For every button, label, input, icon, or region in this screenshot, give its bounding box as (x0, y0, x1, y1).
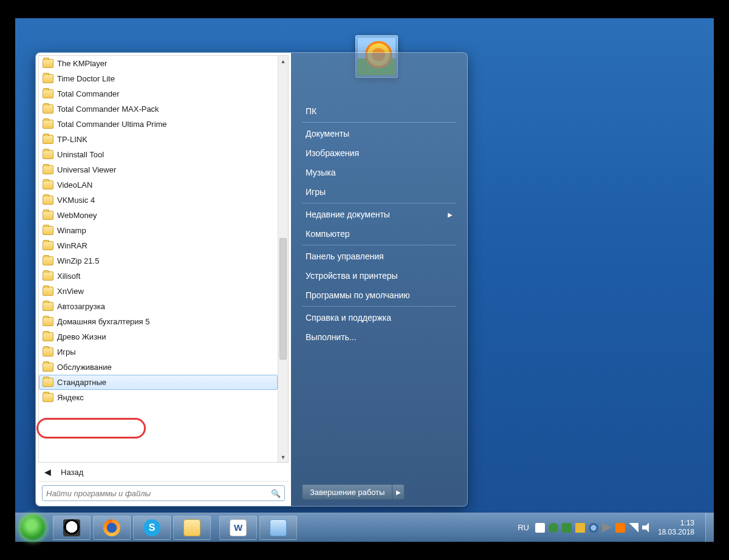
scroll-down-button[interactable]: ▼ (278, 452, 288, 462)
folder-icon (43, 89, 53, 98)
program-folder[interactable]: Стандартные (39, 375, 278, 390)
program-label: VKMusic 4 (57, 196, 95, 205)
search-input[interactable] (46, 489, 271, 498)
start-button[interactable] (19, 514, 47, 542)
program-folder[interactable]: Игры (39, 344, 278, 360)
system-tray: RU 1:13 18.03.2018 (512, 519, 705, 536)
program-folder[interactable]: Автозагрузка (39, 299, 278, 314)
program-folder[interactable]: XnView (39, 284, 278, 299)
folder-icon (43, 317, 53, 326)
program-folder[interactable]: TP-LINK (39, 132, 278, 147)
right-menu-item[interactable]: Документы (302, 124, 456, 143)
right-menu-item[interactable]: Изображения (302, 143, 456, 163)
start-menu: The KMPlayerTime Doctor LiteTotal Comman… (35, 52, 468, 507)
program-folder[interactable]: Древо Жизни (39, 329, 278, 344)
right-menu-label: Выполнить... (306, 332, 357, 342)
word-icon (230, 519, 247, 536)
volume-icon[interactable] (642, 523, 652, 533)
folder-icon (43, 104, 53, 114)
taskbar-app-panda[interactable] (53, 516, 91, 540)
program-label: Winamp (57, 226, 86, 235)
right-menu-item[interactable]: Справка и поддержка (302, 308, 456, 327)
control-panel-icon (270, 519, 287, 536)
program-label: Древо Жизни (57, 332, 106, 341)
program-folder[interactable]: Обслуживание (39, 360, 278, 375)
program-folder[interactable]: WebMoney (39, 208, 278, 223)
tray-icon[interactable] (589, 523, 598, 533)
tray-icon[interactable] (602, 523, 612, 533)
program-label: Time Doctor Lite (57, 74, 115, 83)
tray-icon[interactable] (535, 523, 545, 533)
program-folder[interactable]: Домашняя бухгалтерия 5 (39, 314, 278, 329)
taskbar-app-word[interactable] (219, 516, 257, 540)
program-folder[interactable]: Time Doctor Lite (39, 71, 278, 86)
right-menu-item[interactable]: Устройства и принтеры (302, 266, 456, 285)
tray-icon[interactable] (549, 523, 558, 533)
program-folder[interactable]: Uninstall Tool (39, 147, 278, 162)
program-folder[interactable]: WinRAR (39, 238, 278, 253)
shutdown-options-button[interactable]: ▶ (392, 484, 405, 500)
program-label: WebMoney (57, 211, 97, 220)
folder-icon (43, 196, 53, 205)
program-folder[interactable]: WinZip 21.5 (39, 253, 278, 268)
program-label: VideoLAN (57, 180, 92, 190)
program-label: Домашняя бухгалтерия 5 (57, 317, 150, 326)
tray-icon[interactable] (575, 523, 585, 533)
shutdown-label: Завершение работы (310, 488, 385, 497)
program-label: Обслуживание (57, 363, 112, 372)
right-menu-item[interactable]: Выполнить... (302, 327, 456, 347)
right-menu-item[interactable]: Панель управления (302, 247, 456, 266)
program-folder[interactable]: Xilisoft (39, 268, 278, 284)
tray-icon[interactable] (615, 523, 625, 533)
language-indicator[interactable]: RU (518, 523, 529, 532)
program-folder[interactable]: Winamp (39, 223, 278, 238)
back-arrow-icon: ◀ (44, 467, 51, 477)
taskbar-app-explorer[interactable] (173, 516, 211, 540)
all-programs-list: The KMPlayerTime Doctor LiteTotal Comman… (38, 55, 289, 463)
right-menu-item[interactable]: Программы по умолчанию (302, 285, 456, 305)
program-folder[interactable]: Total Commander MAX-Pack (39, 101, 278, 117)
program-folder[interactable]: The KMPlayer (39, 56, 278, 71)
right-menu-item[interactable]: Игры (302, 182, 456, 202)
clock[interactable]: 1:13 18.03.2018 (658, 519, 699, 536)
scroll-up-button[interactable]: ▲ (278, 56, 288, 66)
program-label: The KMPlayer (57, 59, 107, 68)
search-box[interactable]: 🔍 (42, 485, 285, 501)
scrollbar[interactable]: ▲ ▼ (278, 56, 288, 462)
clock-time: 1:13 (658, 519, 694, 527)
program-folder[interactable]: Яндекс (39, 390, 278, 405)
program-folder[interactable]: Total Commander (39, 86, 278, 101)
explorer-icon (183, 519, 200, 536)
folder-icon (43, 378, 53, 387)
clock-date: 18.03.2018 (658, 528, 694, 536)
submenu-arrow-icon: ▶ (448, 211, 453, 218)
shutdown-button[interactable]: Завершение работы (302, 484, 392, 500)
taskbar: RU 1:13 18.03.2018 (15, 513, 714, 542)
right-menu-item[interactable]: Компьютер (302, 224, 456, 244)
taskbar-app-firefox[interactable] (93, 516, 131, 540)
folder-icon (43, 332, 53, 341)
search-icon: 🔍 (271, 489, 281, 498)
show-desktop-button[interactable] (705, 513, 714, 542)
program-label: Total Commander MAX-Pack (57, 104, 159, 114)
program-folder[interactable]: VKMusic 4 (39, 193, 278, 208)
program-folder[interactable]: VideoLAN (39, 177, 278, 193)
back-label: Назад (61, 468, 83, 477)
back-button[interactable]: ◀ Назад (38, 463, 289, 481)
right-menu-item[interactable]: Музыка (302, 163, 456, 182)
right-menu-item[interactable]: ПК (302, 101, 456, 121)
right-menu-item[interactable]: Недавние документы▶ (302, 205, 456, 224)
scrollbar-thumb[interactable] (279, 238, 287, 360)
separator (302, 306, 456, 307)
taskbar-app-skype[interactable] (133, 516, 171, 540)
program-label: Total Commander Ultima Prime (57, 120, 167, 129)
taskbar-app-control-panel[interactable] (259, 516, 297, 540)
folder-icon (43, 287, 53, 296)
program-folder[interactable]: Universal Viewer (39, 162, 278, 177)
tray-icon[interactable] (562, 523, 572, 533)
folder-icon (43, 74, 53, 83)
start-menu-left-pane: The KMPlayerTime Doctor LiteTotal Comman… (36, 53, 291, 506)
folder-icon (43, 256, 53, 265)
program-folder[interactable]: Total Commander Ultima Prime (39, 117, 278, 132)
network-icon[interactable] (629, 523, 638, 533)
